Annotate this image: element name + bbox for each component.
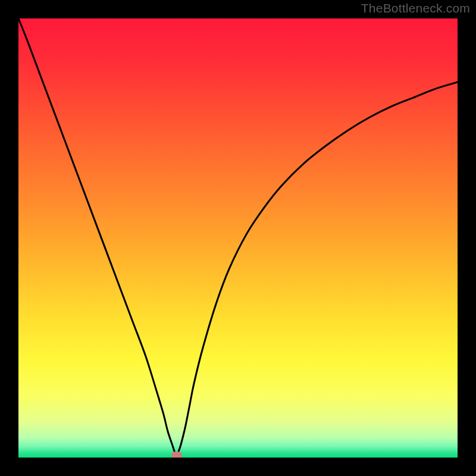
plot-area xyxy=(18,18,458,458)
watermark-text: TheBottleneck.com xyxy=(361,1,470,15)
chart-container: TheBottleneck.com xyxy=(0,0,476,476)
optimum-marker xyxy=(171,452,182,458)
bottleneck-curve xyxy=(18,18,458,458)
